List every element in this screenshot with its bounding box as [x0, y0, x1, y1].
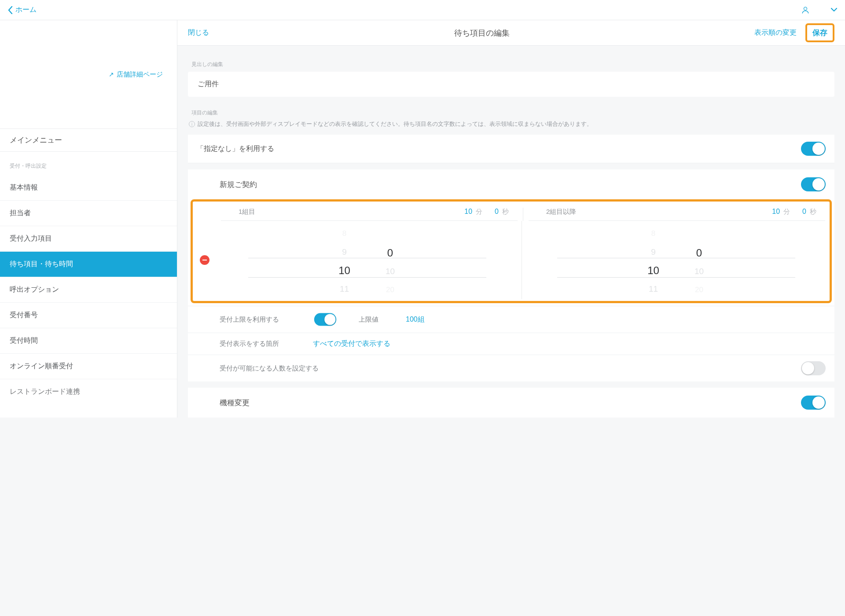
- store-detail-link[interactable]: ↗ 店舗詳細ページ: [0, 20, 177, 128]
- item-1-name[interactable]: 新規ご契約: [220, 180, 801, 190]
- first-sec-value[interactable]: 0: [495, 208, 499, 216]
- min-unit: 分: [476, 208, 482, 216]
- headcount-label: 受付が可能になる人数を設定する: [220, 364, 319, 373]
- first-group-header: 1組目 10 分 0 秒: [221, 208, 518, 221]
- close-button[interactable]: 閉じる: [188, 28, 209, 37]
- info-text: 設定後は、受付画面や外部ディスプレイモードなどの表示を確認してください。待ち項目…: [198, 120, 592, 128]
- first-time-picker[interactable]: 8 9 10 11 12 0 10: [218, 224, 516, 299]
- after-group-label: 2組目以降: [546, 208, 576, 216]
- external-link-icon: ↗: [109, 71, 114, 78]
- first-group-label: 1組目: [239, 208, 255, 216]
- use-unspecified-toggle[interactable]: [801, 142, 826, 156]
- use-unspecified-label: 「指定なし」を利用する: [197, 144, 801, 154]
- cap-enable-toggle[interactable]: [314, 313, 336, 326]
- item-1-toggle[interactable]: [801, 177, 826, 191]
- main-menu-item[interactable]: メインメニュー: [0, 128, 177, 152]
- min-unit-2: 分: [783, 208, 790, 216]
- panel-title: 待ち項目の編集: [209, 28, 754, 38]
- sidebar-item-wait[interactable]: 待ち項目・待ち時間: [0, 252, 177, 277]
- minute-wheel-2[interactable]: 8 9 10 11 12: [637, 224, 670, 299]
- cap-enable-row: 受付上限を利用する 上限値 100組: [188, 306, 834, 333]
- time-picker-highlight: 1組目 10 分 0 秒 2組目以降: [191, 199, 832, 303]
- sec-unit: 秒: [502, 208, 509, 216]
- topbar: ホーム: [0, 0, 845, 20]
- cap-value[interactable]: 100組: [406, 315, 425, 324]
- after-min-value[interactable]: 10: [772, 208, 780, 216]
- item-2-toggle[interactable]: [801, 396, 826, 410]
- save-highlight: 保存: [805, 23, 834, 42]
- item-2-name[interactable]: 機種変更: [220, 398, 801, 408]
- sec-unit-2: 秒: [810, 208, 816, 216]
- cap-label: 上限値: [359, 315, 378, 324]
- minus-icon: [202, 260, 207, 260]
- sidebar-item-online[interactable]: オンライン順番受付: [0, 354, 177, 379]
- sidebar-section-label: 受付・呼出設定: [0, 152, 177, 175]
- user-icon[interactable]: [801, 6, 810, 15]
- sidebar-item-input[interactable]: 受付入力項目: [0, 226, 177, 252]
- panel-header: 閉じる 待ち項目の編集 表示順の変更 保存: [177, 20, 845, 46]
- minute-wheel[interactable]: 8 9 10 11 12: [328, 224, 361, 299]
- sidebar-item-number[interactable]: 受付番号: [0, 303, 177, 328]
- reorder-button[interactable]: 表示順の変更: [754, 28, 797, 37]
- headcount-row: 受付が可能になる人数を設定する: [188, 355, 834, 381]
- chevron-left-icon: [8, 6, 13, 14]
- svg-point-0: [804, 7, 807, 10]
- sidebar: ↗ 店舗詳細ページ メインメニュー 受付・呼出設定 基本情報 担当者 受付入力項…: [0, 20, 177, 418]
- main-content: 閉じる 待ち項目の編集 表示順の変更 保存 見出しの編集 ご用件 項目の編集 i…: [177, 20, 845, 418]
- save-button[interactable]: 保存: [812, 28, 827, 38]
- info-note: i 設定後は、受付画面や外部ディスプレイモードなどの表示を確認してください。待ち…: [189, 120, 834, 128]
- item-2-header: 機種変更: [188, 388, 834, 418]
- after-sec-value[interactable]: 0: [802, 208, 806, 216]
- display-loc-label: 受付表示をする箇所: [220, 340, 303, 348]
- first-min-value[interactable]: 10: [464, 208, 472, 216]
- back-label: ホーム: [15, 5, 37, 15]
- second-wheel-2[interactable]: 0 10 20: [683, 224, 716, 299]
- info-icon: i: [189, 121, 195, 127]
- after-time-picker[interactable]: 8 9 10 11 12 0 10: [527, 224, 825, 299]
- after-group-header: 2組目以降 10 分 0 秒: [529, 208, 825, 221]
- second-wheel[interactable]: 0 10 20: [374, 224, 407, 299]
- item-1-header: 新規ご契約: [188, 169, 834, 199]
- headcount-toggle[interactable]: [801, 361, 826, 375]
- back-button[interactable]: ホーム: [8, 5, 37, 15]
- use-unspecified-row: 「指定なし」を利用する: [188, 135, 834, 163]
- remove-item-button[interactable]: [200, 255, 209, 265]
- store-detail-label: 店舗詳細ページ: [117, 70, 163, 79]
- display-loc-row: 受付表示をする箇所 すべての受付で表示する: [188, 333, 834, 355]
- sidebar-item-hours[interactable]: 受付時間: [0, 328, 177, 354]
- heading-input[interactable]: ご用件: [188, 72, 834, 97]
- chevron-down-icon[interactable]: [831, 8, 837, 12]
- sidebar-item-restaurant[interactable]: レストランボード連携: [0, 379, 177, 399]
- items-edit-label: 項目の編集: [191, 109, 834, 117]
- sidebar-item-staff[interactable]: 担当者: [0, 201, 177, 226]
- heading-edit-label: 見出しの編集: [191, 61, 834, 68]
- sidebar-item-basic[interactable]: 基本情報: [0, 175, 177, 201]
- cap-enable-label: 受付上限を利用する: [220, 315, 303, 324]
- display-loc-value[interactable]: すべての受付で表示する: [313, 339, 390, 348]
- sidebar-item-call-opt[interactable]: 呼出オプション: [0, 277, 177, 303]
